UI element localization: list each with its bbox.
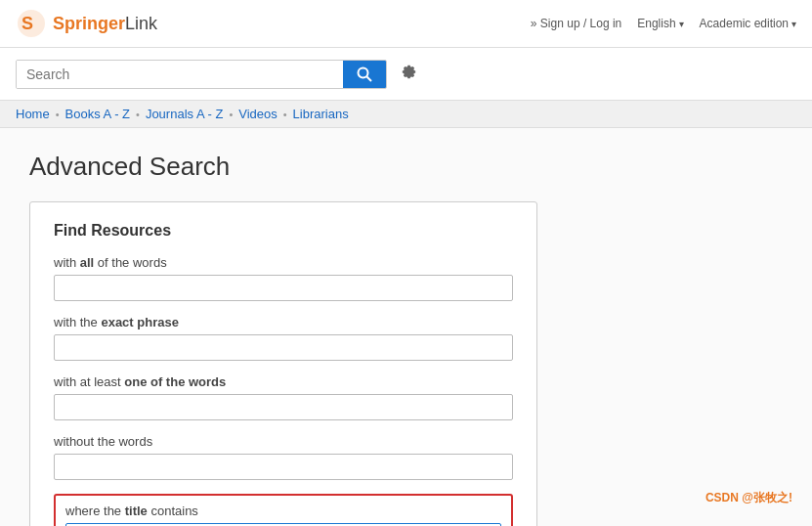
search-input-wrap (16, 60, 387, 89)
page-title: Advanced Search (29, 152, 783, 182)
field-group-one-of-words: with at least one of the words (54, 374, 513, 420)
field-label-all-words: with all of the words (54, 255, 513, 270)
search-bar (0, 48, 812, 101)
field-label-one-of-words: with at least one of the words (54, 374, 513, 389)
main-content: Advanced Search Find Resources with all … (0, 128, 812, 526)
nav-videos[interactable]: Videos (238, 107, 278, 121)
one-of-words-input[interactable] (54, 394, 513, 420)
signup-login-link[interactable]: » Sign up / Log in (531, 17, 621, 30)
logo-area: S SpringerLink (16, 8, 157, 39)
field-group-exact-phrase: with the exact phrase (54, 315, 513, 361)
field-group-without-words: without the words (54, 434, 513, 480)
edition-dropdown[interactable]: Academic edition (700, 17, 796, 30)
search-button[interactable] (343, 61, 386, 88)
field-group-all-words: with all of the words (54, 255, 513, 301)
nav-books-az[interactable]: Books A - Z (65, 107, 130, 121)
field-label-without-words: without the words (54, 434, 513, 449)
search-icon (357, 66, 372, 82)
find-resources-box: Find Resources with all of the words wit… (29, 201, 537, 526)
logo-text: SpringerLink (53, 14, 157, 34)
language-dropdown[interactable]: English (637, 17, 683, 30)
search-input[interactable] (17, 61, 343, 88)
all-words-input[interactable] (54, 275, 513, 301)
nav-journals-az[interactable]: Journals A - Z (146, 107, 223, 121)
nav-home[interactable]: Home (16, 107, 50, 121)
nav-bar: Home • Books A - Z • Journals A - Z • Vi… (0, 101, 812, 128)
nav-librarians[interactable]: Librarians (293, 107, 349, 121)
without-words-input[interactable] (54, 454, 513, 480)
exact-phrase-input[interactable] (54, 334, 513, 361)
field-label-title-contains: where the title contains (65, 504, 501, 518)
springer-logo-icon: S (16, 8, 47, 39)
top-right: » Sign up / Log in English Academic edit… (531, 17, 796, 30)
field-group-title-contains: where the title contains (54, 494, 513, 526)
svg-point-2 (359, 67, 368, 77)
gear-icon (399, 62, 418, 81)
gear-button[interactable] (395, 58, 422, 90)
field-label-exact-phrase: with the exact phrase (54, 315, 513, 329)
top-bar: S SpringerLink » Sign up / Log in Englis… (0, 0, 812, 48)
watermark: CSDN @张牧之! (705, 490, 792, 506)
svg-line-3 (367, 76, 372, 81)
find-resources-title: Find Resources (54, 222, 513, 240)
svg-text:S: S (21, 14, 33, 33)
